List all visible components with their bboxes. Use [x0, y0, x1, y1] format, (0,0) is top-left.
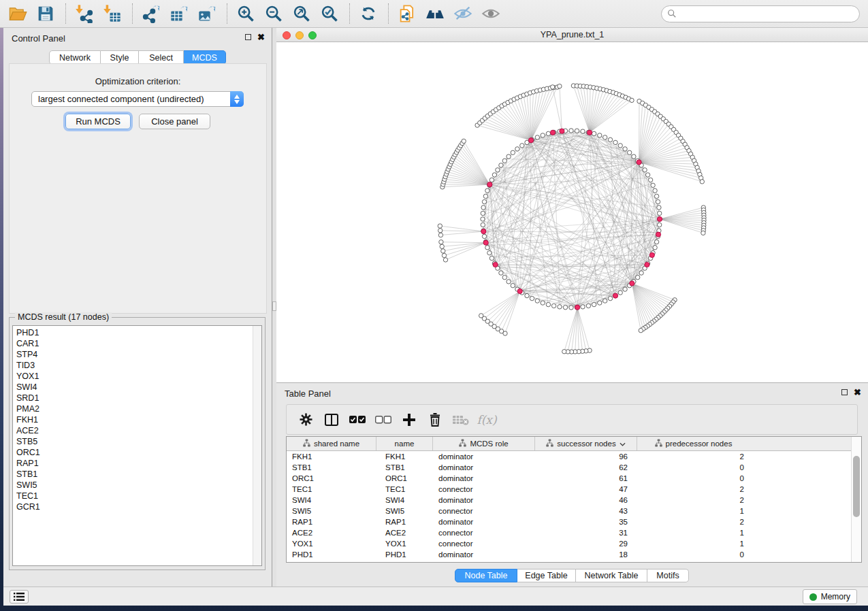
- mcds-result-item[interactable]: CAR1: [13, 338, 252, 349]
- cell-predecessor-nodes[interactable]: 2: [637, 495, 750, 506]
- cell-MCDS-role[interactable]: dominator: [433, 462, 535, 473]
- mcds-result-item[interactable]: FKH1: [13, 414, 252, 425]
- float-table-panel-icon[interactable]: [841, 389, 848, 395]
- zoom-out-icon[interactable]: [263, 3, 285, 24]
- cell-successor-nodes[interactable]: 62: [535, 462, 637, 473]
- mcds-result-item[interactable]: ORC1: [13, 447, 252, 458]
- cell-MCDS-role[interactable]: dominator: [433, 549, 535, 560]
- tab-mcds[interactable]: MCDS: [184, 50, 226, 65]
- cell-shared-name[interactable]: SWI4: [287, 495, 376, 506]
- cell-predecessor-nodes[interactable]: 2: [637, 484, 750, 495]
- cell-successor-nodes[interactable]: 43: [535, 506, 637, 516]
- cell-successor-nodes[interactable]: 35: [535, 516, 637, 527]
- cell-MCDS-role[interactable]: dominator: [433, 473, 535, 484]
- table-row[interactable]: ORC1ORC1dominator610: [287, 473, 851, 484]
- close-panel-button[interactable]: Close panel: [139, 114, 210, 129]
- float-panel-icon[interactable]: [245, 34, 251, 40]
- cell-name[interactable]: ORC1: [376, 473, 433, 484]
- mcds-result-list[interactable]: PHD1CAR1STP4TID3YOX1SWI4SRD1PMA2FKH1ACE2…: [12, 325, 262, 566]
- mcds-result-item[interactable]: RAP1: [13, 458, 252, 469]
- mcds-result-item[interactable]: SWI5: [13, 480, 252, 491]
- table-settings-gear-icon[interactable]: [298, 412, 314, 428]
- mcds-result-item[interactable]: ACE2: [13, 425, 252, 436]
- cell-shared-name[interactable]: PHD1: [287, 549, 376, 560]
- cell-successor-nodes[interactable]: 96: [535, 451, 637, 462]
- tab-edge-table[interactable]: Edge Table: [517, 569, 576, 582]
- table-row[interactable]: SWI5SWI5connector431: [287, 506, 851, 516]
- tab-node-table[interactable]: Node Table: [455, 569, 517, 582]
- network-window-titlebar[interactable]: YPA_prune.txt_1: [276, 28, 868, 42]
- cell-shared-name[interactable]: RAP1: [287, 516, 376, 527]
- cell-successor-nodes[interactable]: 18: [535, 549, 637, 560]
- cell-name[interactable]: YOX1: [376, 538, 433, 549]
- cell-predecessor-nodes[interactable]: 2: [637, 516, 750, 527]
- task-history-button[interactable]: [10, 590, 29, 604]
- cell-predecessor-nodes[interactable]: 2: [637, 451, 750, 462]
- import-table-icon[interactable]: [101, 3, 123, 24]
- mcds-result-item[interactable]: YOX1: [13, 371, 252, 382]
- cell-MCDS-role[interactable]: connector: [433, 506, 535, 516]
- cell-name[interactable]: SWI5: [376, 506, 433, 516]
- table-row[interactable]: STB1STB1dominator620: [287, 462, 851, 473]
- mcds-result-item[interactable]: PHD1: [13, 327, 252, 338]
- cell-MCDS-role[interactable]: connector: [433, 527, 535, 538]
- cell-successor-nodes[interactable]: 61: [535, 473, 637, 484]
- show-all-icon[interactable]: [480, 3, 502, 24]
- cell-name[interactable]: SWI4: [376, 495, 433, 506]
- refresh-icon[interactable]: [357, 3, 379, 24]
- mcds-result-item[interactable]: GCR1: [13, 501, 252, 512]
- cell-successor-nodes[interactable]: 47: [535, 484, 637, 495]
- table-row[interactable]: YOX1YOX1connector291: [287, 538, 851, 549]
- list-scrollbar[interactable]: [253, 326, 261, 565]
- mcds-result-item[interactable]: TEC1: [13, 491, 252, 501]
- open-session-icon[interactable]: [7, 3, 29, 24]
- cell-MCDS-role[interactable]: connector: [433, 538, 535, 549]
- cell-MCDS-role[interactable]: dominator: [433, 451, 535, 462]
- optimization-criterion-select[interactable]: largest connected component (undirected): [31, 91, 244, 107]
- table-row[interactable]: SWI4SWI4dominator462: [287, 495, 851, 506]
- cell-name[interactable]: STB1: [376, 462, 433, 473]
- mcds-result-item[interactable]: PMA2: [13, 403, 252, 414]
- zoom-selected-icon[interactable]: [319, 3, 340, 24]
- mcds-result-item[interactable]: SRD1: [13, 393, 252, 403]
- close-panel-icon[interactable]: ✖: [257, 33, 265, 41]
- cell-shared-name[interactable]: SWI5: [287, 506, 376, 516]
- column-header-name[interactable]: name: [376, 437, 433, 450]
- tab-motifs[interactable]: Motifs: [647, 569, 689, 582]
- cell-successor-nodes[interactable]: 29: [535, 538, 637, 549]
- table-scrollbar[interactable]: [851, 437, 861, 562]
- mcds-result-item[interactable]: STP4: [13, 349, 252, 360]
- cell-shared-name[interactable]: ACE2: [287, 527, 376, 538]
- zoom-fit-icon[interactable]: [291, 3, 312, 24]
- cell-name[interactable]: ACE2: [376, 527, 433, 538]
- run-mcds-button[interactable]: Run MCDS: [65, 114, 131, 129]
- column-header-successor-nodes[interactable]: successor nodes: [535, 437, 637, 450]
- cell-name[interactable]: PHD1: [376, 549, 433, 560]
- cell-MCDS-role[interactable]: dominator: [433, 516, 535, 527]
- show-columns-icon[interactable]: [323, 412, 340, 428]
- table-row[interactable]: RAP1RAP1dominator352: [287, 516, 851, 527]
- cell-predecessor-nodes[interactable]: 0: [637, 473, 750, 484]
- add-column-icon[interactable]: [401, 412, 417, 428]
- hide-selected-icon[interactable]: [452, 3, 474, 24]
- cell-name[interactable]: TEC1: [376, 484, 433, 495]
- mcds-result-item[interactable]: SWI4: [13, 382, 252, 393]
- tab-network-table[interactable]: Network Table: [576, 569, 647, 582]
- column-header-predecessor-nodes[interactable]: predecessor nodes: [637, 437, 750, 450]
- cell-shared-name[interactable]: FKH1: [287, 451, 376, 462]
- cell-shared-name[interactable]: YOX1: [287, 538, 376, 549]
- deselect-all-icon[interactable]: [375, 412, 391, 428]
- export-network-icon[interactable]: [140, 3, 162, 24]
- zoom-in-icon[interactable]: [235, 3, 257, 24]
- cell-predecessor-nodes[interactable]: 1: [637, 538, 750, 549]
- cell-name[interactable]: RAP1: [376, 516, 433, 527]
- table-scrollbar-thumb[interactable]: [853, 456, 860, 517]
- tab-network[interactable]: Network: [49, 50, 101, 65]
- delete-column-icon[interactable]: [427, 412, 443, 428]
- cell-shared-name[interactable]: ORC1: [287, 473, 376, 484]
- cell-MCDS-role[interactable]: connector: [433, 484, 535, 495]
- cell-name[interactable]: FKH1: [376, 451, 433, 462]
- cell-predecessor-nodes[interactable]: 1: [637, 506, 750, 516]
- export-image-icon[interactable]: [196, 3, 218, 24]
- mcds-result-item[interactable]: TID3: [13, 360, 252, 371]
